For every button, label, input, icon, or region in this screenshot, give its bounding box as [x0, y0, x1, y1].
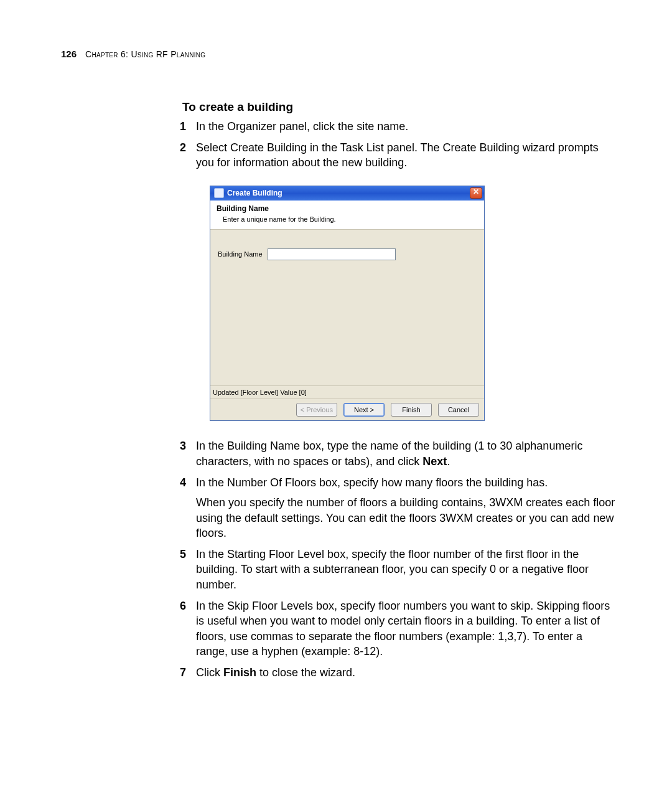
step-text-part: . [447, 455, 450, 468]
step-number: 6 [180, 598, 186, 613]
page-number: 126 [61, 49, 77, 59]
body-content: To create a building 1 In the Organizer … [182, 99, 616, 681]
step-item: 7 Click Finish to close the wizard. [182, 665, 616, 680]
document-page: 126 Chapter 6: Using RF Planning To crea… [0, 0, 672, 807]
wizard-header-subtitle: Enter a unique name for the Building. [223, 215, 478, 224]
step-item: 6 In the Skip Floor Levels box, specify … [182, 598, 616, 659]
wizard-header: Building Name Enter a unique name for th… [210, 201, 484, 230]
step-number: 3 [180, 438, 186, 453]
cancel-button[interactable]: Cancel [438, 403, 479, 417]
building-name-input[interactable] [268, 248, 396, 260]
step-item: 2 Select Create Building in the Task Lis… [182, 140, 616, 421]
window-title: Create Building [227, 188, 470, 198]
step-number: 2 [180, 140, 186, 155]
step-text: Select Create Building in the Task List … [196, 141, 599, 169]
step-text: Click Finish to close the wizard. [196, 666, 355, 679]
previous-button: < Previous [296, 403, 337, 417]
step-text-part: Click [196, 666, 223, 679]
step-item: 5 In the Starting Floor Level box, speci… [182, 547, 616, 592]
step-text: In the Organizer panel, click the site n… [196, 120, 408, 133]
step-text-bold: Finish [223, 666, 256, 679]
step-item: 3 In the Building Name box, type the nam… [182, 438, 616, 469]
titlebar: Create Building ✕ [210, 186, 484, 201]
close-icon[interactable]: ✕ [470, 187, 482, 199]
wizard-status-bar: Updated [Floor Level] Value [0] [210, 385, 484, 399]
step-paragraph: When you specify the number of floors a … [196, 495, 616, 540]
app-icon [214, 188, 224, 198]
step-number: 7 [180, 665, 186, 680]
step-text: In the Building Name box, type the name … [196, 440, 582, 467]
building-name-label: Building Name [218, 250, 263, 259]
wizard-body: Building Name [210, 230, 484, 385]
step-text: In the Starting Floor Level box, specify… [196, 548, 589, 591]
section-heading: To create a building [182, 99, 616, 115]
step-number: 4 [180, 475, 186, 490]
step-text: In the Number Of Floors box, specify how… [196, 476, 548, 489]
step-item: 4 In the Number Of Floors box, specify h… [182, 475, 616, 540]
finish-button[interactable]: Finish [391, 403, 432, 417]
step-list: 1 In the Organizer panel, click the site… [182, 119, 616, 681]
step-text-part: to close the wizard. [256, 666, 355, 679]
step-text-part: In the Building Name box, type the name … [196, 440, 582, 467]
step-item: 1 In the Organizer panel, click the site… [182, 119, 616, 134]
create-building-dialog: Create Building ✕ Building Name Enter a … [210, 186, 485, 422]
step-text: In the Skip Floor Levels box, specify fl… [196, 600, 610, 658]
chapter-label: Chapter 6: Using RF Planning [85, 49, 205, 59]
step-number: 1 [180, 119, 186, 134]
building-name-row: Building Name [218, 248, 478, 260]
running-header: 126 Chapter 6: Using RF Planning [61, 49, 616, 59]
step-number: 5 [180, 547, 186, 562]
wizard-button-bar: < Previous Next > Finish Cancel [210, 399, 484, 420]
step-text-bold: Next [422, 455, 447, 468]
next-button[interactable]: Next > [343, 403, 385, 417]
wizard-screenshot: Create Building ✕ Building Name Enter a … [210, 186, 616, 422]
wizard-header-title: Building Name [217, 204, 478, 214]
